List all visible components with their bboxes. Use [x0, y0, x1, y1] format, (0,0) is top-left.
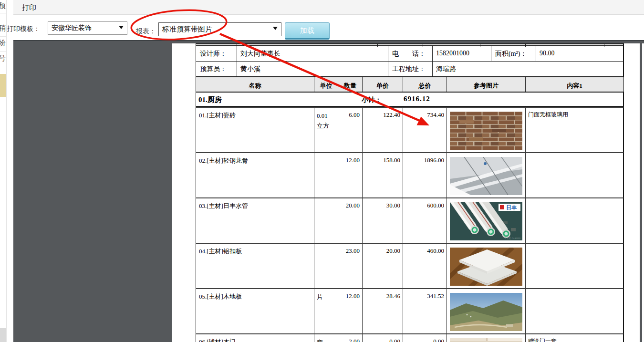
item-image-cell: 日丰行业 ru.com [447, 198, 525, 243]
phone-label: 电 话： [388, 46, 432, 61]
strip-glyph: 预 [0, 1, 7, 10]
table-header-row: 名称 单位 数量 单价 总价 参考图片 内容1 [196, 76, 623, 93]
col-header-unit: 单位 [314, 77, 338, 92]
item-unit-price: 28.46 [362, 289, 403, 333]
ceiling-image [450, 157, 522, 195]
item-content: 赠送门一套 [525, 334, 623, 342]
panels-image [450, 248, 522, 286]
phone-value: 1582001000 [432, 46, 491, 61]
table-row: 03.[主材]日丰水管20.0030.00600.00日丰行业 ru.com [196, 197, 623, 243]
load-button[interactable]: 加载 [285, 22, 330, 40]
item-unit [314, 153, 338, 197]
divider [0, 36, 6, 37]
col-header-content: 内容1 [525, 77, 623, 92]
template-select[interactable]: 安徽华匠装饰 [48, 21, 127, 35]
info-row-designer: 设计师： 刘大同董事长 电 话： 1582001000 面积(m²)： 90.0… [196, 46, 623, 62]
table-row: 02.[主材]轻钢龙骨12.00158.001896.00 [196, 152, 623, 197]
item-total-price: 341.52 [403, 289, 447, 333]
strip-glyph: 号 [0, 54, 7, 63]
item-total-price: 0.00 [403, 334, 447, 342]
budget-table: 设计师： 刘大同董事长 电 话： 1582001000 面积(m²)： 90.0… [196, 43, 624, 342]
svg-text:日丰: 日丰 [506, 205, 517, 210]
group-title: 01.厨房 [198, 95, 222, 104]
estimator-value: 黄小溪 [237, 62, 388, 76]
item-total-price: 600.00 [403, 198, 447, 243]
strip-glyph: 纷 [0, 39, 7, 48]
tab-bar: 打印 [13, 0, 644, 15]
item-image-cell [447, 334, 525, 342]
item-unit-price: 20.00 [362, 244, 403, 288]
page-bottom-fragment [0, 328, 6, 342]
table-row: 06.[辅材]木门套2.000.000.00赠送门一套 [196, 333, 623, 342]
print-preview-area[interactable]: 设计师： 刘大同董事长 电 话： 1582001000 面积(m²)： 90.0… [13, 40, 644, 342]
item-unit-price: 158.00 [362, 153, 403, 197]
item-total-price: 734.40 [403, 108, 447, 152]
designer-label: 设计师： [196, 46, 237, 61]
item-name: 03.[主材]日丰水管 [196, 198, 314, 243]
item-content [525, 153, 623, 197]
item-unit: 0.01 立方 [314, 108, 338, 152]
chevron-down-icon [119, 26, 124, 29]
item-name: 06.[辅材]木门 [196, 334, 314, 342]
chevron-down-icon [273, 27, 278, 30]
col-header-price: 单价 [362, 77, 403, 92]
tab-print[interactable]: 打印 [22, 3, 36, 12]
report-page: 设计师： 刘大同董事长 电 话： 1582001000 面积(m²)： 90.0… [172, 43, 640, 342]
address-label: 工程地址： [388, 62, 432, 76]
area-value: 90.00 [536, 46, 623, 61]
address-value: 海瑞路 [432, 62, 623, 76]
item-image-cell [447, 153, 525, 197]
item-total-price: 1896.00 [403, 153, 447, 197]
item-content: 门面无框玻璃用 [525, 108, 623, 152]
table-row: 04.[主材]铝扣板23.0020.00460.00 [196, 243, 623, 288]
item-name: 02.[主材]轻钢龙骨 [196, 153, 314, 197]
report-select[interactable]: 标准预算带图片 [158, 22, 281, 36]
print-dialog: 预 稍 纷 号 打印 打印模板： 安徽华匠装饰 报表： 标准预算带图片 加载 [0, 0, 644, 342]
item-total-price: 460.00 [403, 244, 447, 288]
subtotal-label: 小计： [362, 96, 382, 104]
floor-image [450, 293, 522, 331]
template-label: 打印模板： [7, 25, 40, 33]
item-image-cell [447, 108, 525, 152]
item-quantity: 12.00 [338, 289, 362, 333]
report-select-value: 标准预算带图片 [162, 25, 212, 34]
col-header-name: 名称 [196, 77, 314, 92]
designer-value: 刘大同董事长 [237, 46, 388, 61]
item-quantity: 6.00 [338, 108, 362, 152]
area-label: 面积(m²)： [491, 46, 536, 61]
subtotal-value: 6916.12 [404, 95, 430, 103]
item-unit: 套 [314, 334, 338, 342]
strip-glyph: 稍 [0, 24, 7, 33]
item-quantity: 20.00 [338, 198, 362, 243]
next-page-edge [642, 43, 644, 342]
item-content [525, 289, 623, 333]
pipes-image: 日丰行业 ru.com [450, 202, 522, 240]
item-unit-price: 0.00 [362, 334, 403, 342]
item-quantity: 12.00 [338, 153, 362, 197]
brick-image [450, 112, 522, 150]
item-unit [314, 244, 338, 288]
svg-text:行业 ru.com: 行业 ru.com [505, 237, 520, 239]
report-label: 报表： [136, 27, 156, 36]
item-quantity: 23.00 [338, 244, 362, 288]
item-unit-price: 122.40 [362, 108, 403, 152]
divider [0, 51, 6, 52]
col-header-image: 参考图片 [447, 77, 525, 92]
item-image-cell [447, 244, 525, 288]
item-content [525, 198, 623, 243]
info-row-estimator: 预算员： 黄小溪 工程地址： 海瑞路 [196, 62, 623, 76]
estimator-label: 预算员： [196, 62, 237, 76]
background-page-strip: 预 稍 纷 号 [0, 0, 7, 342]
col-header-total: 总价 [403, 77, 447, 92]
item-quantity: 2.00 [338, 334, 362, 342]
item-content [525, 244, 623, 288]
item-unit [314, 198, 338, 243]
col-header-qty: 数量 [338, 77, 362, 92]
item-name: 04.[主材]铝扣板 [196, 244, 314, 288]
item-unit: 片 [314, 289, 338, 333]
door-image [450, 338, 522, 342]
template-select-value: 安徽华匠装饰 [52, 24, 92, 32]
group-subtotal-row: 01.厨房 小计： 6916.12 [196, 93, 623, 107]
table-row: 01.[主材]瓷砖0.01 立方6.00122.40734.40门面无框玻璃用 [196, 107, 623, 152]
divider [0, 13, 6, 13]
